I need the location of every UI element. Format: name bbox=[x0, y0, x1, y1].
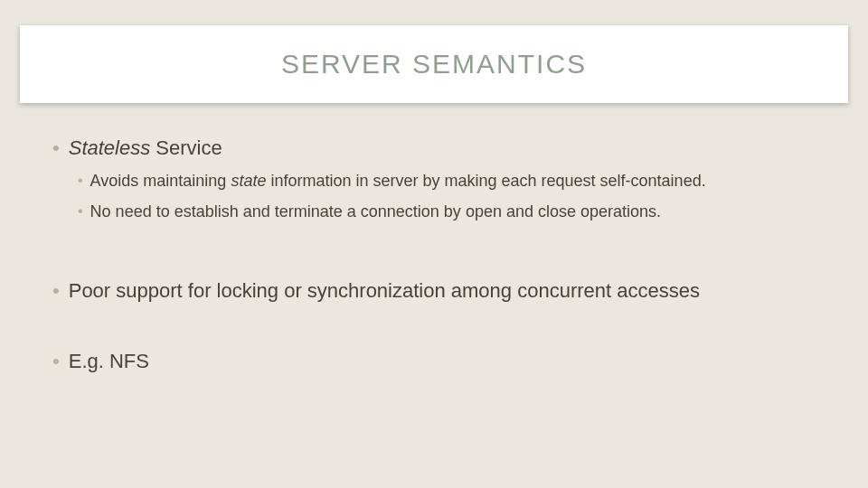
bullet-text: E.g. NFS bbox=[69, 349, 149, 374]
sub-bullet-text: Avoids maintaining state information in … bbox=[90, 170, 706, 192]
title-container: SERVER SEMANTICS bbox=[20, 25, 848, 103]
text-italic: Stateless bbox=[69, 136, 151, 159]
bullet-icon: • bbox=[52, 136, 60, 161]
slide-content: • Stateless Service • Avoids maintaining… bbox=[52, 136, 832, 383]
bullet-text: Stateless Service bbox=[69, 136, 222, 161]
bullet-stateless-service: • Stateless Service bbox=[52, 136, 832, 161]
text-plain: Avoids maintaining bbox=[90, 172, 231, 190]
text-italic: state bbox=[231, 172, 266, 190]
bullet-icon: • bbox=[78, 201, 83, 222]
text-plain: information in server by making each req… bbox=[266, 172, 705, 190]
slide-title: SERVER SEMANTICS bbox=[281, 49, 587, 80]
sub-bullet-list: • Avoids maintaining state information i… bbox=[78, 170, 832, 222]
sub-bullet-avoids-state: • Avoids maintaining state information i… bbox=[78, 170, 832, 192]
bullet-example-nfs: • E.g. NFS bbox=[52, 349, 832, 374]
bullet-icon: • bbox=[52, 278, 60, 304]
bullet-icon: • bbox=[52, 349, 60, 374]
bullet-text: Poor support for locking or synchronizat… bbox=[69, 278, 700, 304]
bullet-icon: • bbox=[78, 170, 83, 192]
bullet-poor-support: • Poor support for locking or synchroniz… bbox=[52, 278, 832, 304]
text-plain: Service bbox=[150, 136, 222, 159]
sub-bullet-text: No need to establish and terminate a con… bbox=[90, 201, 661, 222]
sub-bullet-no-connection: • No need to establish and terminate a c… bbox=[78, 201, 832, 222]
